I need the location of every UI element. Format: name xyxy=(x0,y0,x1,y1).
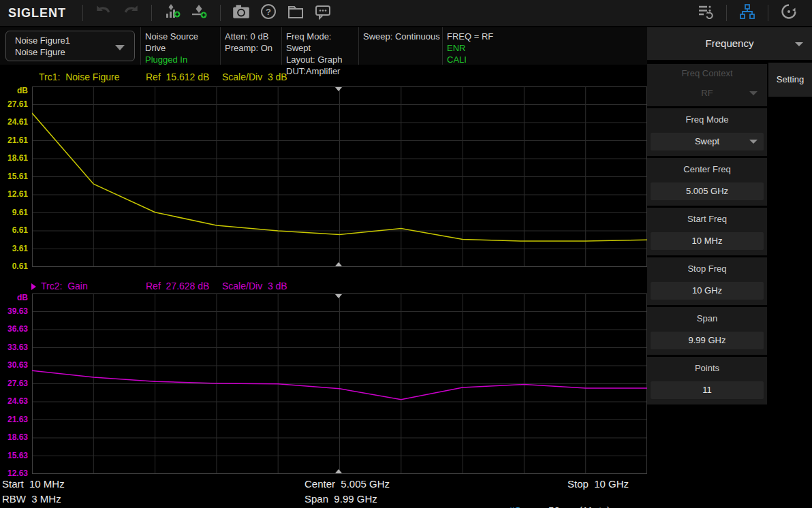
menu-item-freq-mode[interactable]: Freq Mode Swept xyxy=(647,108,767,156)
menu-item-label: Stop Freq xyxy=(647,264,767,274)
menu-item-value: Swept xyxy=(695,136,719,146)
add-marker-button[interactable] xyxy=(186,2,213,24)
menu-item-span[interactable]: Span 9.99 GHz xyxy=(647,307,767,355)
y-axis-tick-label: 33.63 xyxy=(7,343,28,352)
menu-item-value: 10 GHz xyxy=(692,285,722,296)
toolbar-right-group xyxy=(692,2,802,24)
undo-button[interactable] xyxy=(90,2,117,24)
y-axis-tick-label: 39.63 xyxy=(7,306,28,316)
file-manager-button[interactable] xyxy=(282,2,309,24)
siglent-logo: SIGLENT xyxy=(8,6,66,20)
y-axis-tick-label: 6.61 xyxy=(12,225,28,235)
menu-item-label: Freq Mode xyxy=(647,114,767,125)
trace2-scale: Scale/Div 3 dB xyxy=(222,281,287,291)
freq-mode-select[interactable]: Swept xyxy=(651,133,764,150)
add-trace-button[interactable] xyxy=(159,2,186,24)
chevron-down-icon xyxy=(115,45,125,50)
measurement-select-wrap: Noise Figure1 Noise Figure xyxy=(0,27,140,65)
menu-item-value: RF xyxy=(701,88,713,98)
sweep-label: #Sweep xyxy=(509,505,546,508)
redo-button[interactable] xyxy=(117,2,144,24)
menu-header-frequency[interactable]: Frequency xyxy=(647,27,812,60)
active-trace-marker-icon xyxy=(31,283,36,290)
trace1-title: Trc1: Noise Figure xyxy=(39,72,120,82)
help-icon: ? xyxy=(259,2,278,24)
center-freq-marker-bottom-icon xyxy=(335,469,342,473)
y-axis-unit: dB xyxy=(17,293,28,302)
trace1-plot xyxy=(32,86,647,267)
trace2-header: Trc2: Gain Ref 27.628 dB Scale/Div 3 dB xyxy=(0,281,647,292)
menu-item-stop-freq[interactable]: Stop Freq 10 GHz xyxy=(647,257,767,305)
status-line: FREQ = RF xyxy=(447,31,518,42)
stop-freq-field[interactable]: 10 GHz xyxy=(651,282,764,300)
screenshot-button[interactable] xyxy=(228,2,255,24)
y-axis-tick-label: 27.61 xyxy=(7,99,28,109)
menu-item-label: Freq Context xyxy=(647,68,767,78)
y-axis-tick-label: 36.63 xyxy=(7,324,28,334)
y-axis-tick-label: 21.61 xyxy=(7,136,28,145)
toolbar-divider xyxy=(220,5,221,21)
feedback-button[interactable] xyxy=(309,2,337,24)
center-freq-marker-bottom-icon xyxy=(335,262,342,266)
y-axis-tick-label: 9.61 xyxy=(12,208,28,217)
center-freq-marker-top-icon xyxy=(335,294,342,298)
chevron-down-icon xyxy=(749,91,758,95)
status-filler xyxy=(518,27,647,65)
y-axis-tick-label: 27.63 xyxy=(7,379,28,388)
trace1-ref-level: Ref 15.612 dB xyxy=(146,72,209,82)
status-sweep: Sweep: Continuous xyxy=(358,27,442,65)
status-line: Freq Mode: Swept xyxy=(286,31,358,54)
history-button[interactable] xyxy=(775,2,802,24)
network-button[interactable] xyxy=(734,2,761,24)
status-line: Atten: 0 dB xyxy=(225,31,281,42)
status-bar: Noise Figure1 Noise Figure Noise Source … xyxy=(0,27,647,65)
y-axis-unit: dB xyxy=(17,86,28,95)
menu-item-value: 11 xyxy=(702,385,712,395)
trace1-header: Trc1: Noise Figure Ref 15.612 dB Scale/D… xyxy=(0,72,647,83)
status-line: Preamp: On xyxy=(225,42,281,54)
y-axis-tick-label: 18.63 xyxy=(7,432,28,442)
toolbar-divider xyxy=(768,5,768,21)
add-trace-icon xyxy=(163,2,182,24)
start-freq-field[interactable]: 10 MHz xyxy=(651,232,764,250)
trace2-ref-level: Ref 27.628 dB xyxy=(146,281,209,291)
measurement-select[interactable]: Noise Figure1 Noise Figure xyxy=(5,31,135,61)
trace2-title: Trc2: Gain xyxy=(41,281,88,291)
rbw-readout: RBW 3 MHz xyxy=(2,493,61,505)
y-axis-tick-label: 15.61 xyxy=(7,172,28,181)
y-axis-tick-label: 15.63 xyxy=(7,451,28,460)
menu-item-value: 9.99 GHz xyxy=(689,335,726,345)
sweep-readout: #Sweep 50 ms (11pts) xyxy=(497,493,610,508)
y-axis-tick-label: 12.61 xyxy=(7,189,28,199)
span-field[interactable]: 9.99 GHz xyxy=(651,332,764,349)
status-atten-preamp: Atten: 0 dB Preamp: On xyxy=(220,27,281,65)
setting-tab-label: Setting xyxy=(777,74,804,84)
help-button[interactable]: ? xyxy=(255,2,282,24)
side-menu-panel: Frequency Freq Context RF Freq Mode Swep… xyxy=(647,27,812,508)
menu-item-center-freq[interactable]: Center Freq 5.005 GHz xyxy=(647,158,767,206)
y-axis-tick-label: 18.61 xyxy=(7,153,28,163)
tab-setting[interactable]: Setting xyxy=(768,63,812,97)
trace2-plot xyxy=(32,293,647,474)
trace1-scale: Scale/Div 3 dB xyxy=(222,72,287,82)
menu-item-points[interactable]: Points 11 xyxy=(647,357,767,404)
menu-item-value: 5.005 GHz xyxy=(686,186,728,196)
status-line: Sweep: Continuous xyxy=(363,31,442,42)
trace2-y-axis-labels: dB39.6336.6333.6330.6327.6324.6321.6318.… xyxy=(0,293,30,484)
status-noise-source: Noise Source Drive Plugged In xyxy=(140,27,220,65)
center-freq-field[interactable]: 5.005 GHz xyxy=(651,182,764,200)
points-field[interactable]: 11 xyxy=(651,381,764,399)
camera-icon xyxy=(231,1,251,25)
history-icon xyxy=(779,2,798,24)
undo-icon xyxy=(95,3,112,23)
menu-column: Freq Context RF Freq Mode Swept Center F… xyxy=(647,64,767,407)
menu-header-label: Frequency xyxy=(706,37,754,49)
menu-item-start-freq[interactable]: Start Freq 10 MHz xyxy=(647,208,767,255)
toolbar-divider xyxy=(82,5,83,21)
status-freq-mode: Freq Mode: Swept Layout: Graph DUT:Ampli… xyxy=(281,27,358,65)
task-list-button[interactable] xyxy=(692,2,719,24)
freq-context-value: RF xyxy=(651,84,764,102)
menu-item-label: Points xyxy=(647,363,767,373)
menu-item-label: Start Freq xyxy=(647,214,767,224)
y-axis-tick-label: 24.61 xyxy=(7,117,28,127)
